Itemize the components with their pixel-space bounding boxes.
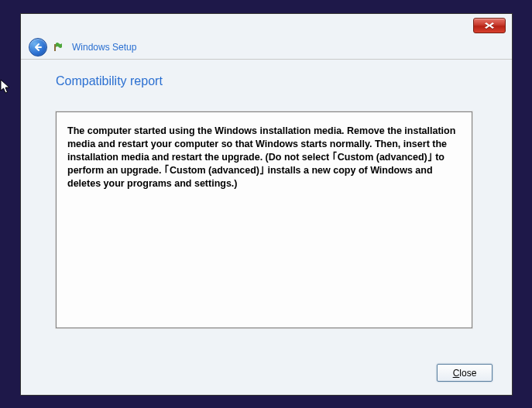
app-title: Windows Setup — [72, 42, 136, 53]
setup-window: Windows Setup Compatibility report The c… — [20, 13, 513, 396]
back-arrow-icon — [33, 42, 43, 53]
header-bar: Windows Setup — [21, 35, 512, 60]
svg-rect-0 — [54, 44, 56, 51]
close-button[interactable]: Close — [437, 364, 493, 382]
content-area: Compatibility report The computer starte… — [56, 74, 477, 328]
report-message: The computer started using the Windows i… — [67, 125, 461, 190]
mouse-cursor-icon — [0, 79, 12, 94]
page-title: Compatibility report — [56, 74, 477, 88]
windows-flag-icon — [53, 41, 66, 53]
back-button[interactable] — [29, 38, 47, 57]
close-icon — [484, 22, 495, 29]
compatibility-report-panel: The computer started using the Windows i… — [56, 111, 472, 328]
footer: Close — [437, 364, 493, 382]
window-close-button[interactable] — [473, 18, 506, 33]
